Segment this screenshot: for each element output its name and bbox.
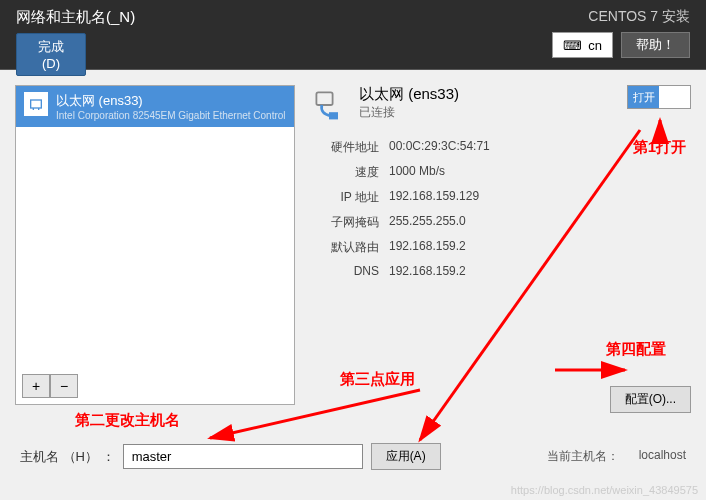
current-hostname: 当前主机名： localhost	[547, 448, 686, 465]
current-hostname-label: 当前主机名：	[547, 448, 619, 465]
detail-status: 已连接	[359, 104, 459, 121]
network-list-item[interactable]: 以太网 (ens33) Intel Corporation 82545EM Gi…	[16, 86, 294, 127]
language-selector[interactable]: ⌨ cn	[552, 32, 613, 58]
watermark: https://blog.csdn.net/weixin_43849575	[511, 484, 698, 496]
header-bar: 网络和主机名(_N) 完成(D) CENTOS 7 安装 ⌨ cn 帮助！	[0, 0, 706, 70]
dns-value: 192.168.159.2	[389, 264, 691, 278]
svg-rect-2	[329, 112, 338, 119]
network-item-desc: Intel Corporation 82545EM Gigabit Ethern…	[56, 110, 286, 121]
netmask-value: 255.255.255.0	[389, 214, 691, 231]
speed-label: 速度	[309, 164, 379, 181]
configure-button[interactable]: 配置(O)...	[610, 386, 691, 413]
network-toggle[interactable]: 打开	[627, 85, 691, 109]
detail-title-row: 以太网 (ens33) 已连接	[309, 85, 459, 125]
network-info-grid: 硬件地址 00:0C:29:3C:54:71 速度 1000 Mb/s IP 地…	[309, 139, 691, 278]
header-left: 网络和主机名(_N) 完成(D)	[16, 8, 135, 61]
remove-network-button[interactable]: −	[50, 374, 78, 398]
done-button[interactable]: 完成(D)	[16, 33, 86, 76]
page-title: 网络和主机名(_N)	[16, 8, 135, 27]
gateway-label: 默认路由	[309, 239, 379, 256]
network-list-controls: + −	[16, 368, 294, 404]
svg-rect-0	[31, 100, 42, 108]
detail-titles: 以太网 (ens33) 已连接	[359, 85, 459, 125]
gateway-value: 192.168.159.2	[389, 239, 691, 256]
hw-addr-value: 00:0C:29:3C:54:71	[389, 139, 691, 156]
keyboard-icon: ⌨	[563, 38, 582, 53]
add-network-button[interactable]: +	[22, 374, 50, 398]
ethernet-large-icon	[309, 85, 349, 125]
hostname-row: 主机名 （H） ： 应用(A) 当前主机名： localhost	[20, 443, 686, 470]
hostname-label: 主机名 （H） ：	[20, 448, 115, 466]
main-content: 以太网 (ens33) Intel Corporation 82545EM Gi…	[0, 70, 706, 420]
netmask-label: 子网掩码	[309, 214, 379, 231]
network-item-name: 以太网 (ens33)	[56, 92, 286, 110]
current-hostname-value: localhost	[639, 448, 686, 465]
help-button[interactable]: 帮助！	[621, 32, 690, 58]
network-item-info: 以太网 (ens33) Intel Corporation 82545EM Gi…	[56, 92, 286, 121]
network-list-body	[16, 127, 294, 368]
ip-label: IP 地址	[309, 189, 379, 206]
apply-button[interactable]: 应用(A)	[371, 443, 441, 470]
language-code: cn	[588, 38, 602, 53]
ethernet-icon	[24, 92, 48, 116]
detail-header: 以太网 (ens33) 已连接 打开	[309, 85, 691, 125]
hostname-input[interactable]	[123, 444, 363, 469]
install-title: CENTOS 7 安装	[588, 8, 690, 26]
network-detail-panel: 以太网 (ens33) 已连接 打开 硬件地址 00:0C:29:3C:54:7…	[309, 85, 691, 405]
network-list-panel: 以太网 (ens33) Intel Corporation 82545EM Gi…	[15, 85, 295, 405]
svg-rect-1	[316, 92, 332, 105]
ip-value: 192.168.159.129	[389, 189, 691, 206]
speed-value: 1000 Mb/s	[389, 164, 691, 181]
hw-addr-label: 硬件地址	[309, 139, 379, 156]
toggle-off-side	[659, 86, 690, 108]
detail-name: 以太网 (ens33)	[359, 85, 459, 104]
dns-label: DNS	[309, 264, 379, 278]
header-controls: ⌨ cn 帮助！	[552, 32, 690, 58]
header-right: CENTOS 7 安装 ⌨ cn 帮助！	[552, 8, 690, 61]
toggle-on-label: 打开	[628, 86, 659, 108]
